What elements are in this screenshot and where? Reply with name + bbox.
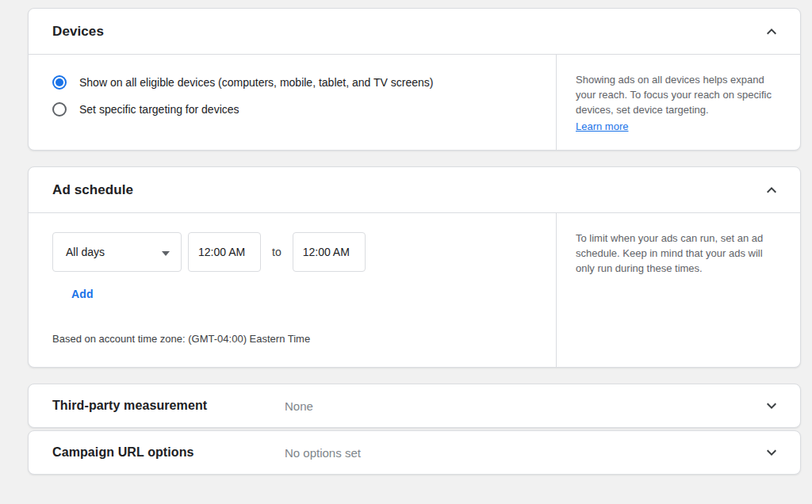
ad-schedule-card-title: Ad schedule <box>52 182 133 198</box>
devices-options: Show on all eligible devices (computers,… <box>29 55 556 150</box>
chevron-up-icon[interactable] <box>760 179 783 201</box>
devices-card-header[interactable]: Devices <box>29 9 800 55</box>
third-party-measurement-title: Third-party measurement <box>52 399 285 413</box>
third-party-measurement-row[interactable]: Third-party measurement None <box>29 384 800 427</box>
ad-schedule-card-header[interactable]: Ad schedule <box>29 167 800 213</box>
third-party-measurement-card: Third-party measurement None <box>28 384 801 428</box>
schedule-row: All days to <box>52 232 540 272</box>
radio-option-specific-targeting-label: Set specific targeting for devices <box>79 103 239 116</box>
ad-schedule-card: Ad schedule All days to Add <box>28 166 801 368</box>
radio-unselected-icon[interactable] <box>52 102 67 116</box>
devices-card: Devices Show on all eligible devices (co… <box>28 8 801 151</box>
caret-down-icon <box>162 246 170 258</box>
radio-option-specific-targeting[interactable]: Set specific targeting for devices <box>52 102 540 116</box>
chevron-down-icon[interactable] <box>760 441 783 464</box>
campaign-settings-page: Devices Show on all eligible devices (co… <box>0 0 812 475</box>
to-label: to <box>272 246 282 258</box>
end-time-input[interactable] <box>293 232 366 272</box>
chevron-up-icon[interactable] <box>760 21 783 43</box>
devices-card-body: Show on all eligible devices (computers,… <box>29 55 800 150</box>
learn-more-link[interactable]: Learn more <box>576 119 628 134</box>
chevron-down-icon[interactable] <box>760 395 783 417</box>
days-select-value: All days <box>66 246 105 258</box>
radio-option-all-devices-label: Show on all eligible devices (computers,… <box>79 76 433 89</box>
radio-selected-icon[interactable] <box>52 75 67 90</box>
campaign-url-options-row[interactable]: Campaign URL options No options set <box>29 431 800 474</box>
third-party-measurement-value: None <box>285 399 313 413</box>
devices-help-panel: Showing ads on all devices helps expand … <box>556 55 800 150</box>
radio-option-all-devices[interactable]: Show on all eligible devices (computers,… <box>52 75 540 90</box>
ad-schedule-help-panel: To limit when your ads can run, set an a… <box>556 213 800 367</box>
ad-schedule-controls-area: All days to Add Based on account time zo… <box>29 213 556 367</box>
start-time-input[interactable] <box>188 232 261 272</box>
devices-card-title: Devices <box>52 24 104 40</box>
ad-schedule-card-body: All days to Add Based on account time zo… <box>29 213 800 367</box>
campaign-url-options-value: No options set <box>285 446 361 460</box>
days-select[interactable]: All days <box>52 232 182 272</box>
campaign-url-options-card: Campaign URL options No options set <box>28 430 801 475</box>
campaign-url-options-title: Campaign URL options <box>52 445 285 460</box>
add-schedule-link[interactable]: Add <box>71 288 94 300</box>
devices-help-text: Showing ads on all devices helps expand … <box>576 72 779 117</box>
ad-schedule-help-text: To limit when your ads can run, set an a… <box>576 231 779 276</box>
timezone-note: Based on account time zone: (GMT-04:00) … <box>52 333 540 345</box>
